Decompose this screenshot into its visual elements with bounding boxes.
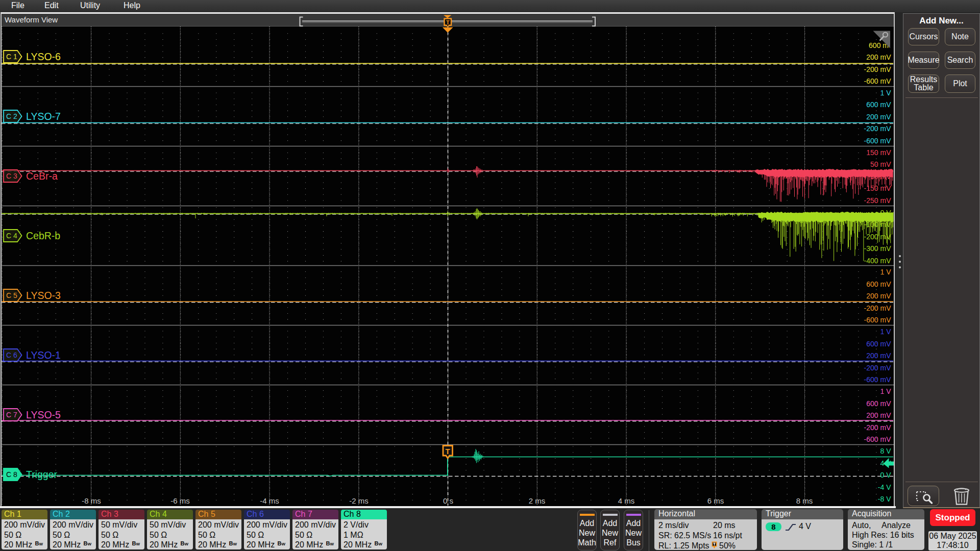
svg-text:-8 ms: -8 ms: [82, 496, 101, 505]
svg-text:C 3: C 3: [6, 172, 17, 180]
svg-text:50 mV: 50 mV: [870, 160, 891, 168]
svg-text:200 mV: 200 mV: [866, 411, 891, 419]
svg-text:-600 mV: -600 mV: [864, 316, 892, 324]
svg-text:0 V: 0 V: [880, 209, 891, 217]
svg-text:-4 V: -4 V: [878, 483, 891, 491]
svg-text:-600 mV: -600 mV: [864, 435, 892, 443]
svg-text:C 4: C 4: [6, 232, 17, 240]
svg-text:-200 mV: -200 mV: [864, 124, 892, 133]
svg-text:LYSO-5: LYSO-5: [26, 409, 61, 420]
svg-text:1 V: 1 V: [880, 328, 891, 336]
svg-text:6 ms: 6 ms: [707, 496, 724, 505]
svg-text:LYSO-6: LYSO-6: [26, 51, 61, 62]
svg-text:CeBr-a: CeBr-a: [26, 170, 58, 182]
svg-text:-8 V: -8 V: [878, 495, 891, 503]
svg-text:1 V: 1 V: [880, 89, 891, 97]
svg-text:-200 mV: -200 mV: [864, 423, 892, 432]
svg-text:150 mV: 150 mV: [866, 148, 891, 157]
svg-text:1 V: 1 V: [880, 387, 891, 395]
svg-text:-600 mV: -600 mV: [864, 77, 892, 85]
svg-text:-200 mV: -200 mV: [864, 65, 892, 73]
svg-text:8 V: 8 V: [880, 447, 891, 455]
svg-text:600 mV: 600 mV: [866, 399, 891, 408]
svg-text:200 mV: 200 mV: [866, 352, 891, 360]
svg-text:-300 mV: -300 mV: [864, 244, 892, 253]
svg-text:LYSO-1: LYSO-1: [26, 349, 61, 361]
svg-text:0 s: 0 s: [443, 496, 453, 505]
svg-text:-400 mV: -400 mV: [864, 257, 892, 265]
svg-text:-4 ms: -4 ms: [260, 496, 279, 505]
svg-text:4 ms: 4 ms: [618, 496, 635, 505]
svg-text:C 5: C 5: [6, 291, 17, 299]
svg-text:0 V: 0 V: [880, 471, 891, 479]
svg-text:LYSO-7: LYSO-7: [26, 111, 61, 122]
svg-text:-2 ms: -2 ms: [349, 496, 369, 505]
svg-text:T: T: [445, 447, 450, 456]
svg-text:2 ms: 2 ms: [529, 496, 546, 505]
svg-text:600 mV: 600 mV: [866, 340, 891, 348]
svg-text:-50 mV: -50 mV: [868, 172, 891, 181]
svg-text:C 8: C 8: [6, 470, 17, 479]
svg-text:-150 mV: -150 mV: [864, 184, 892, 192]
svg-text:-6 ms: -6 ms: [170, 496, 190, 505]
svg-text:-200 mV: -200 mV: [864, 364, 892, 372]
svg-text:-100 mV: -100 mV: [864, 220, 892, 229]
svg-text:C 1: C 1: [6, 53, 17, 61]
svg-text:-250 mV: -250 mV: [864, 196, 892, 205]
svg-text:8 ms: 8 ms: [796, 496, 813, 505]
svg-text:C 6: C 6: [6, 351, 17, 359]
svg-text:600 mV: 600 mV: [866, 101, 891, 109]
svg-text:Trigger: Trigger: [26, 469, 58, 480]
svg-text:-600 mV: -600 mV: [864, 137, 892, 145]
svg-text:T: T: [446, 19, 450, 26]
svg-text:200 mV: 200 mV: [866, 292, 891, 300]
svg-text:LYSO-3: LYSO-3: [26, 290, 61, 301]
svg-text:600 mV: 600 mV: [866, 280, 891, 288]
svg-text:200 mV: 200 mV: [866, 53, 891, 61]
svg-text:1 V: 1 V: [880, 268, 891, 276]
svg-text:C 2: C 2: [6, 112, 17, 120]
svg-text:-200 mV: -200 mV: [864, 233, 892, 241]
svg-text:-200 mV: -200 mV: [864, 304, 892, 312]
svg-text:CebR-b: CebR-b: [26, 230, 60, 241]
svg-text:C 7: C 7: [6, 411, 17, 419]
svg-text:-600 mV: -600 mV: [864, 375, 892, 384]
svg-text:200 mV: 200 mV: [866, 113, 891, 121]
